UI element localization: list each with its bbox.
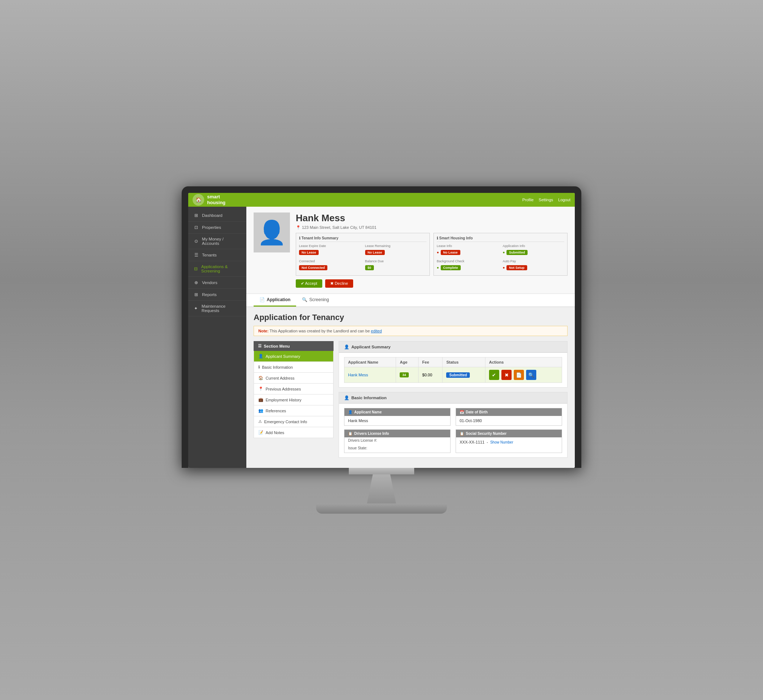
action-search-button[interactable]: 🔍 bbox=[526, 370, 536, 380]
tab-application[interactable]: 📄 Application bbox=[253, 294, 296, 306]
name-field-icon: 👤 bbox=[348, 410, 352, 414]
connected-field: Connected Not Connected bbox=[299, 259, 361, 270]
references-icon: 👥 bbox=[258, 408, 263, 413]
menu-item-references[interactable]: 👥 References bbox=[253, 405, 333, 416]
basic-info-icon: ℹ bbox=[258, 365, 260, 369]
sidebar-item-reports[interactable]: ⊞ Reports bbox=[188, 289, 246, 301]
action-doc-button[interactable]: 📄 bbox=[514, 370, 524, 380]
tab-screening[interactable]: 🔍 Screening bbox=[296, 294, 335, 306]
sidebar: ⊞ Dashboard ⊡ Properties ⊙ My Money / Ac… bbox=[188, 207, 246, 468]
money-icon: ⊙ bbox=[193, 239, 199, 244]
applicant-name-field-header: 👤 Applicant Name bbox=[344, 408, 450, 416]
connected-value: Not Connected bbox=[299, 265, 327, 270]
previous-addresses-icon: 📍 bbox=[258, 386, 263, 391]
table-row: Hank Mess 34 $0.00 bbox=[344, 367, 562, 383]
action-check-button[interactable]: ✔ bbox=[489, 370, 499, 380]
ssn-value-area: XXX-XX-1111 - Show Number bbox=[456, 438, 562, 447]
profile-header: 👤 Hank Mess 123 Main Street, Salt Lake C… bbox=[246, 207, 575, 294]
lease-expire-label: Lease Expire Date bbox=[299, 244, 361, 248]
applicant-name-link[interactable]: Hank Mess bbox=[348, 373, 368, 377]
lease-remaining-value: No Lease bbox=[365, 250, 385, 255]
sidebar-item-applications[interactable]: ⊟ Applications & Screening bbox=[188, 261, 246, 277]
drivers-license-header: 📋 Drivers License Info bbox=[344, 430, 450, 438]
show-number-link[interactable]: Show Number bbox=[490, 440, 513, 444]
status-badge: Submitted bbox=[446, 372, 470, 378]
ssn-field: 📋 Social Security Number XXX-XX-1111 - bbox=[456, 430, 562, 453]
app-info-label: Application Info bbox=[503, 244, 564, 248]
vendors-icon: ⊕ bbox=[193, 280, 199, 285]
screening-tab-icon: 🔍 bbox=[302, 297, 307, 302]
tenant-info-row2: Connected Not Connected Balance Due $0 bbox=[299, 259, 427, 272]
accept-button[interactable]: ✔ Accept bbox=[296, 279, 322, 288]
lease-info-label: Lease Info bbox=[437, 244, 499, 248]
balance-value: $0 bbox=[365, 265, 374, 270]
sidebar-item-vendors[interactable]: ⊕ Vendors bbox=[188, 277, 246, 289]
employment-history-icon: 💼 bbox=[258, 397, 263, 402]
col-actions: Actions bbox=[485, 358, 562, 367]
drivers-license-number: Drivers License #: bbox=[344, 438, 450, 445]
col-applicant-name: Applicant Name bbox=[344, 358, 396, 367]
ssn-icon: 📋 bbox=[460, 431, 464, 436]
applicant-summary-icon: 👤 bbox=[258, 354, 263, 359]
sidebar-item-money[interactable]: ⊙ My Money / Accounts bbox=[188, 234, 246, 249]
basic-info-body: 👤 Applicant Name Hank Mess bbox=[339, 403, 567, 457]
top-bar: 🏠 smart housing Profile Settings Logout bbox=[188, 193, 575, 207]
section-menu: ☰ Section Menu 👤 Applicant Summary ℹ Bas… bbox=[253, 341, 333, 462]
current-address-icon: 🏠 bbox=[258, 376, 263, 380]
dob-field-header: 📅 Date of Birth bbox=[456, 408, 562, 416]
logout-link[interactable]: Logout bbox=[558, 198, 571, 202]
lease-info-value: No Lease bbox=[441, 250, 460, 255]
emergency-contact-icon: ⚠ bbox=[258, 419, 262, 424]
lease-info-field: Lease Info ● No Lease bbox=[437, 244, 499, 255]
settings-link[interactable]: Settings bbox=[539, 198, 553, 202]
dl-icon: 📋 bbox=[348, 431, 352, 436]
menu-item-add-notes[interactable]: 📝 Add Notes bbox=[253, 427, 333, 438]
autopay-label: Auto Pay bbox=[503, 259, 564, 263]
menu-item-applicant-summary[interactable]: 👤 Applicant Summary bbox=[253, 351, 333, 362]
menu-item-emergency-contact[interactable]: ⚠ Emergency Contact Info bbox=[253, 416, 333, 427]
autopay-value: Not Setup bbox=[507, 265, 527, 270]
cell-status: Submitted bbox=[442, 367, 485, 383]
tenant-info-title: ℹ Tenant Info Summary bbox=[299, 236, 427, 242]
applicant-summary-header: 👤 Applicant Summary bbox=[339, 341, 567, 353]
ssn-number: XXX-XX-1111 bbox=[460, 440, 484, 444]
basic-info-header: 👤 Basic Information bbox=[339, 392, 567, 403]
sidebar-item-tenants[interactable]: ☰ Tenants bbox=[188, 249, 246, 261]
sidebar-item-maintenance[interactable]: ✦ Maintenance Requests bbox=[188, 301, 246, 316]
lease-info-dot: ● bbox=[437, 250, 439, 254]
action-buttons: ✔ Accept ✖ Decline bbox=[296, 279, 568, 288]
app-info-field: Application Info ● Submitted bbox=[503, 244, 564, 255]
monitor-stand-base bbox=[316, 503, 447, 514]
smart-housing-row1: Lease Info ● No Lease Application Info ●… bbox=[437, 244, 564, 257]
add-notes-icon: 📝 bbox=[258, 430, 263, 435]
profile-link[interactable]: Profile bbox=[522, 198, 533, 202]
app-info-dot: ● bbox=[503, 250, 505, 254]
avatar: 👤 bbox=[253, 212, 290, 253]
monitor-stand-top bbox=[349, 468, 414, 474]
sidebar-item-properties[interactable]: ⊡ Properties bbox=[188, 222, 246, 234]
basic-info-row2: 📋 Drivers License Info Drivers License #… bbox=[344, 430, 562, 453]
avatar-silhouette: 👤 bbox=[257, 221, 286, 244]
note-link[interactable]: edited bbox=[371, 329, 382, 333]
sidebar-item-dashboard[interactable]: ⊞ Dashboard bbox=[188, 209, 246, 222]
menu-item-current-address[interactable]: 🏠 Current Address bbox=[253, 373, 333, 384]
cell-applicant-name: Hank Mess bbox=[344, 367, 396, 383]
menu-item-basic-info[interactable]: ℹ Basic Information bbox=[253, 362, 333, 373]
app-info-value: Submitted bbox=[507, 250, 528, 255]
menu-item-previous-addresses[interactable]: 📍 Previous Addresses bbox=[253, 384, 333, 394]
application-tab-icon: 📄 bbox=[260, 297, 265, 302]
col-fee: Fee bbox=[419, 358, 442, 367]
smart-housing-row2: Background Check ● Complete Auto Pay ● N… bbox=[437, 259, 564, 272]
cell-age: 34 bbox=[396, 367, 419, 383]
action-x-button[interactable]: ✖ bbox=[501, 370, 511, 380]
profile-info: Hank Mess 123 Main Street, Salt Lake Cit… bbox=[296, 212, 568, 288]
note-bar: Note: This Application was created by th… bbox=[253, 326, 568, 336]
decline-button[interactable]: ✖ Decline bbox=[325, 279, 353, 288]
note-label: Note: bbox=[258, 329, 269, 333]
col-age: Age bbox=[396, 358, 419, 367]
table-header-row: Applicant Name Age Fee Status Actions bbox=[344, 358, 562, 367]
section-menu-title: ☰ Section Menu bbox=[253, 341, 333, 351]
content-area: 👤 Hank Mess 123 Main Street, Salt Lake C… bbox=[246, 207, 575, 468]
lease-remaining-field: Lease Remaining No Lease bbox=[365, 244, 427, 255]
menu-item-employment-history[interactable]: 💼 Employment History bbox=[253, 394, 333, 405]
